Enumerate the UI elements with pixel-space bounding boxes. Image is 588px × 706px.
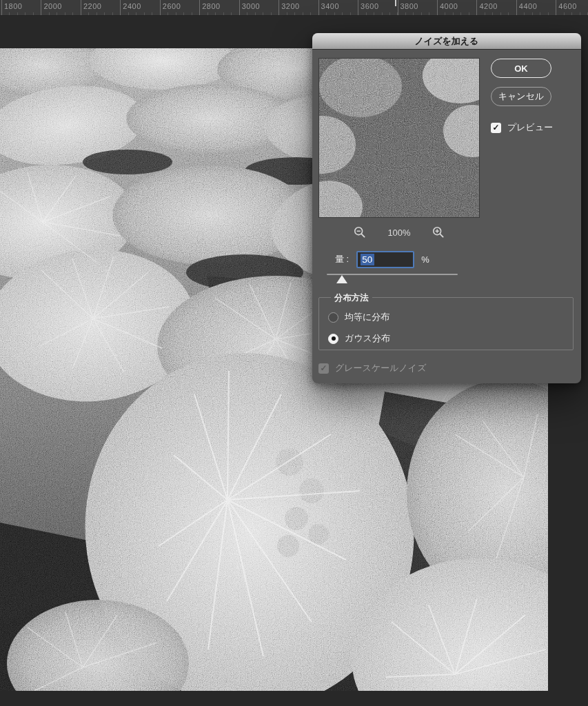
monochromatic-label: グレースケールノイズ xyxy=(335,362,426,374)
amount-unit: % xyxy=(421,254,429,265)
amount-slider-thumb[interactable] xyxy=(336,275,347,283)
distribution-legend: 分布方法 xyxy=(331,292,372,304)
ok-button-label: OK xyxy=(514,63,528,74)
ruler-label: 2800 xyxy=(202,2,220,10)
ruler-label: 4000 xyxy=(440,2,458,10)
ruler-label: 3800 xyxy=(401,2,418,10)
ruler-label: 2200 xyxy=(83,2,101,10)
preview-toggle-row: ✓ プレビュー xyxy=(491,121,553,134)
ruler-label: 2000 xyxy=(43,2,61,10)
cancel-button[interactable]: キャンセル xyxy=(491,87,551,106)
cancel-button-label: キャンセル xyxy=(498,90,545,103)
amount-label: 量 : xyxy=(335,253,349,265)
zoom-level: 100% xyxy=(385,228,413,238)
radio-uniform-label: 均等に分布 xyxy=(345,311,389,323)
zoom-out-icon[interactable] xyxy=(354,226,366,239)
preview-checkbox[interactable]: ✓ xyxy=(491,123,501,133)
radio-gaussian-circle[interactable] xyxy=(328,334,338,344)
amount-value: 50 xyxy=(361,254,374,265)
ruler-label: 2400 xyxy=(123,2,141,10)
amount-input[interactable]: 50 xyxy=(356,251,414,268)
distribution-group: 分布方法 均等に分布 ガウス分布 xyxy=(318,297,574,350)
ruler-label: 4400 xyxy=(519,2,537,10)
radio-uniform[interactable]: 均等に分布 xyxy=(328,311,389,323)
zoom-in-icon[interactable] xyxy=(432,226,445,239)
ruler-label: 3000 xyxy=(242,2,260,10)
add-noise-dialog: ノイズを加える xyxy=(312,33,581,383)
preview-zoom-controls: 100% xyxy=(318,224,480,241)
monochromatic-checkbox: ✓ xyxy=(318,363,329,374)
radio-gaussian-label: ガウス分布 xyxy=(345,332,390,345)
amount-row: 量 : 50 % xyxy=(312,250,581,268)
radio-gaussian[interactable]: ガウス分布 xyxy=(328,332,390,345)
ruler-label: 3400 xyxy=(321,2,339,10)
radio-uniform-circle[interactable] xyxy=(328,312,338,323)
ruler-position-marker xyxy=(395,0,396,6)
ruler-label: 2600 xyxy=(163,2,181,10)
preview-checkbox-label: プレビュー xyxy=(507,121,553,134)
ruler-label: 3200 xyxy=(281,2,299,10)
ruler-label: 1800 xyxy=(4,2,22,10)
ruler: 1800200022002400260028003000320034003600… xyxy=(0,0,588,16)
photoshop-window: 1800200022002400260028003000320034003600… xyxy=(0,0,588,706)
dialog-titlebar[interactable]: ノイズを加える xyxy=(312,33,581,50)
check-icon: ✓ xyxy=(492,123,499,132)
check-icon: ✓ xyxy=(320,363,327,373)
dialog-title: ノイズを加える xyxy=(415,35,479,48)
monochromatic-row: ✓ グレースケールノイズ xyxy=(318,362,426,374)
ok-button[interactable]: OK xyxy=(491,59,551,78)
ruler-label: 3600 xyxy=(361,2,378,10)
noise-preview[interactable] xyxy=(318,58,480,218)
amount-slider-track[interactable] xyxy=(327,274,458,275)
ruler-label: 4200 xyxy=(479,2,497,10)
noise-preview-image xyxy=(319,59,479,217)
ruler-label: 4600 xyxy=(558,2,576,10)
